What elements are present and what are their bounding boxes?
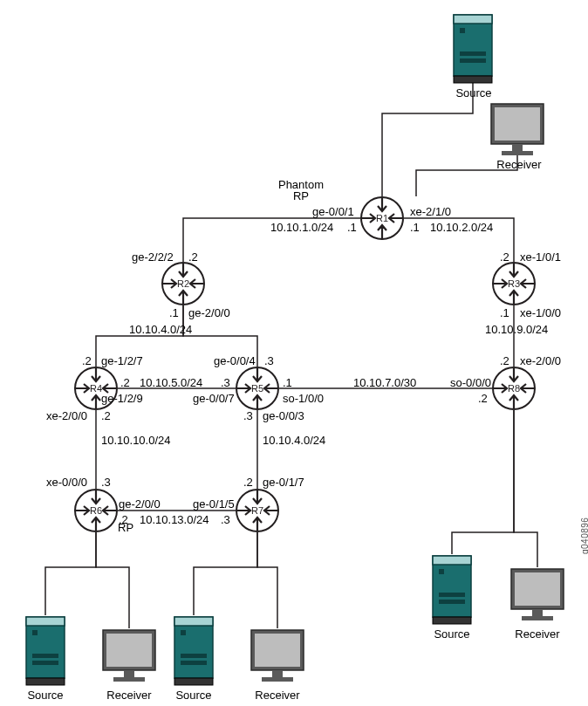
lbl-r4-bot-host: .2	[101, 410, 111, 422]
lbl-r57-net: 10.10.7.0/30	[353, 377, 416, 388]
lbl-r1-xe210: xe-2/1/0	[410, 206, 451, 217]
network-diagram: R1 R2 R3 R4 R5 R6 R7 R8	[0, 0, 588, 706]
lbl-r3-net: 10.10.9.0/24	[485, 324, 548, 335]
lbl-r3-top-host: .2	[500, 251, 509, 263]
lbl-r7-ge017: ge-0/1/7	[263, 476, 304, 488]
lbl-r5-ge004: ge-0/0/4	[214, 355, 256, 367]
lbl-r8-top-host: .2	[500, 355, 509, 367]
lbl-r3-bot-host: .1	[500, 307, 509, 319]
caption-receiver-bm: Receiver	[253, 689, 302, 701]
router-r6: R6	[75, 490, 117, 531]
lbl-r3-xe100: xe-1/0/0	[520, 307, 561, 319]
lbl-r67-net: 10.10.13.0/24	[140, 514, 209, 525]
router-r4-label: R4	[90, 383, 102, 394]
host-receiver-bl	[103, 630, 155, 682]
lbl-r5-top-host: .3	[264, 355, 274, 367]
lbl-r6-right-host: .2	[119, 514, 128, 525]
lbl-r6-xe000: xe-0/0/0	[46, 476, 87, 488]
host-source-top	[454, 15, 492, 83]
host-source-bl	[26, 617, 65, 685]
lbl-r6-ge200: ge-2/0/0	[119, 498, 161, 510]
lbl-r45-net: 10.10.5.0/24	[140, 377, 202, 388]
host-receiver-bm	[251, 630, 304, 682]
router-r3: R3	[493, 263, 535, 305]
host-source-br	[433, 556, 471, 624]
router-r7: R7	[236, 490, 278, 531]
lbl-r1-left-net: 10.10.1.0/24	[270, 222, 333, 233]
lbl-r1-ge001: ge-0/0/1	[312, 206, 354, 217]
lbl-r2-top-host: .2	[188, 251, 198, 263]
host-receiver-top	[491, 104, 544, 155]
router-r8-label: R8	[508, 383, 520, 394]
router-r2-label: R2	[177, 278, 189, 289]
caption-receiver-top: Receiver	[495, 159, 544, 170]
lbl-r2-ge200: ge-2/0/0	[188, 307, 230, 319]
caption-receiver-br: Receiver	[513, 628, 562, 640]
caption-source-br: Source	[432, 628, 472, 640]
lbl-r3-xe101: xe-1/0/1	[520, 251, 561, 263]
lbl-r8-left-host: .2	[478, 393, 488, 404]
host-source-bm	[174, 617, 213, 685]
lbl-r2-bot-host: .1	[169, 307, 179, 319]
caption-source-bm: Source	[174, 689, 214, 701]
lbl-r5-right-host: .1	[283, 377, 292, 388]
lbl-r4-xe200: xe-2/0/0	[46, 410, 87, 422]
router-r2: R2	[162, 263, 204, 305]
lbl-r1-left-host: .1	[347, 222, 357, 233]
diagram-id: g040896	[580, 518, 588, 554]
lbl-r2-net: 10.10.4.0/24	[129, 324, 192, 335]
annot-phantom-rp: Phantom RP	[270, 179, 332, 202]
router-r7-label: R7	[251, 505, 263, 516]
router-r3-label: R3	[508, 278, 520, 289]
lbl-r8-xe200: xe-2/0/0	[520, 355, 561, 367]
router-r5-label: R5	[251, 383, 263, 394]
host-receiver-br	[511, 569, 564, 620]
router-r1-label: R1	[376, 213, 388, 223]
router-r5: R5	[236, 367, 278, 409]
router-r8: R8	[493, 367, 535, 409]
lbl-r4-right-host: .2	[120, 377, 130, 388]
router-r6-label: R6	[90, 505, 102, 516]
lbl-r4-net-down: 10.10.10.0/24	[101, 435, 171, 446]
caption-source-bl: Source	[25, 689, 65, 701]
lbl-r1-right-host: .1	[410, 222, 420, 233]
lbl-r4-top-host: .2	[82, 355, 92, 367]
lbl-r2-ge222: ge-2/2/2	[132, 251, 174, 263]
caption-receiver-bl: Receiver	[105, 689, 154, 701]
lbl-r8-so000: so-0/0/0	[450, 377, 491, 388]
lbl-r4-ge129: ge-1/2/9	[101, 393, 143, 404]
lbl-r7-top-host: .2	[243, 476, 253, 488]
lbl-r5-bot-host: .3	[243, 410, 253, 422]
lbl-r5-ge003: ge-0/0/3	[263, 410, 304, 422]
caption-source-top: Source	[454, 87, 494, 99]
lbl-r5-left-host: .3	[221, 377, 230, 388]
lbl-r5-ge007: ge-0/0/7	[193, 393, 235, 404]
lbl-r1-right-net: 10.10.2.0/24	[430, 222, 493, 233]
router-r1: R1	[361, 197, 403, 239]
lbl-r6-top-host: .3	[101, 476, 111, 488]
lbl-r4-ge127: ge-1/2/7	[101, 355, 143, 367]
lbl-r5-so100: so-1/0/0	[283, 393, 324, 404]
lbl-r7-ge015: ge-0/1/5	[193, 498, 235, 510]
lbl-r7-left-host: .3	[221, 514, 230, 525]
lbl-r5-net-down: 10.10.4.0/24	[263, 435, 325, 446]
